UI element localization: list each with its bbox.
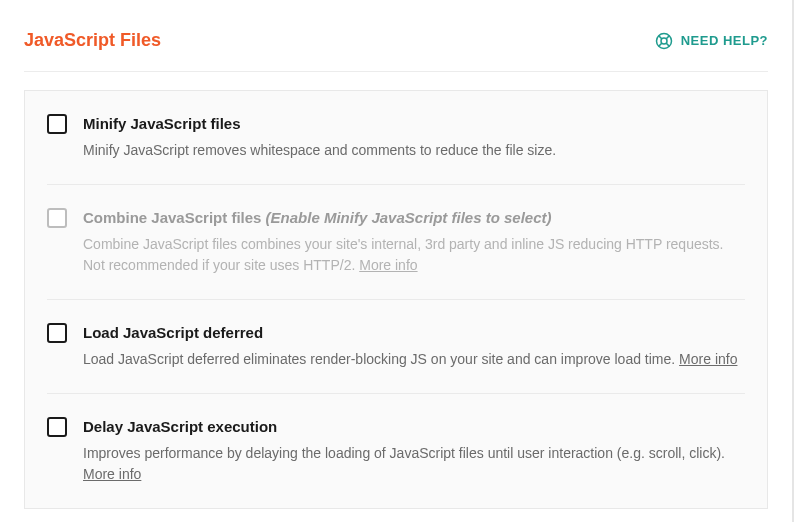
option-desc: Load JavaScript deferred eliminates rend… xyxy=(83,349,745,371)
svg-line-4 xyxy=(666,35,669,38)
option-defer-js: Load JavaScript deferred Load JavaScript… xyxy=(47,300,745,394)
checkbox-defer-js[interactable] xyxy=(47,323,67,343)
option-desc: Improves performance by delaying the loa… xyxy=(83,443,745,486)
svg-line-3 xyxy=(666,43,669,46)
option-combine-js: Combine JavaScript files (Enable Minify … xyxy=(47,185,745,300)
help-icon xyxy=(655,32,673,50)
need-help-label: NEED HELP? xyxy=(681,33,768,48)
option-title: Delay JavaScript execution xyxy=(83,416,745,437)
section-title: JavaScript Files xyxy=(24,30,161,51)
svg-line-2 xyxy=(658,35,661,38)
checkbox-delay-js[interactable] xyxy=(47,417,67,437)
option-delay-js: Delay JavaScript execution Improves perf… xyxy=(47,394,745,508)
more-info-link[interactable]: More info xyxy=(83,466,141,482)
more-info-link[interactable]: More info xyxy=(679,351,737,367)
option-title: Minify JavaScript files xyxy=(83,113,745,134)
svg-line-5 xyxy=(658,43,661,46)
option-desc: Combine JavaScript files combines your s… xyxy=(83,234,745,277)
options-panel: Minify JavaScript files Minify JavaScrip… xyxy=(24,90,768,509)
svg-point-1 xyxy=(661,38,667,44)
section-header: JavaScript Files NEED HELP? xyxy=(24,30,768,72)
option-title: Combine JavaScript files (Enable Minify … xyxy=(83,207,745,228)
need-help-link[interactable]: NEED HELP? xyxy=(655,32,768,50)
option-minify-js: Minify JavaScript files Minify JavaScrip… xyxy=(47,91,745,185)
more-info-link[interactable]: More info xyxy=(359,257,417,273)
option-desc: Minify JavaScript removes whitespace and… xyxy=(83,140,745,162)
checkbox-minify-js[interactable] xyxy=(47,114,67,134)
option-title: Load JavaScript deferred xyxy=(83,322,745,343)
option-note: (Enable Minify JavaScript files to selec… xyxy=(266,209,552,226)
checkbox-combine-js xyxy=(47,208,67,228)
